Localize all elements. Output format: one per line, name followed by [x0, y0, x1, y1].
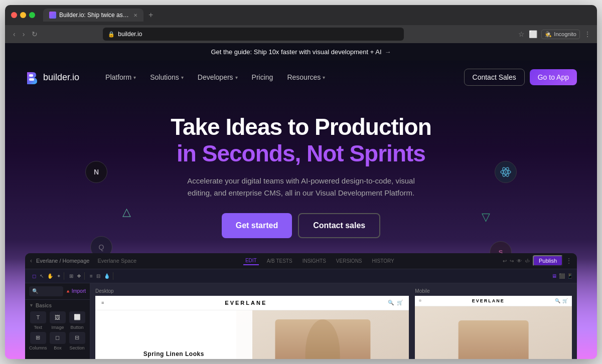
tab-versions[interactable]: VERSIONS [334, 257, 364, 265]
nav-resources[interactable]: Resources ▾ [281, 70, 331, 84]
comp-text-label: Text [34, 325, 43, 330]
close-button[interactable] [11, 12, 17, 18]
fullscreen-button[interactable] [29, 12, 35, 18]
toolbar-group-1: ◻ ↖ ✋ ✦ [29, 272, 64, 280]
mobile-search-icon: 🔍 [555, 298, 560, 303]
reload-button[interactable]: ↻ [30, 29, 40, 39]
tab-edit[interactable]: EDIT [243, 257, 259, 265]
website-content: Get the guide: Ship 10x faster with visu… [5, 43, 597, 359]
browser-window: Builder.io: Ship twice as muc... ✕ + ‹ ›… [5, 5, 597, 359]
back-button[interactable]: ‹ [11, 29, 18, 39]
redo-icon[interactable]: ↪ [510, 258, 514, 264]
incognito-badge: 🕵 Incognito [541, 30, 580, 39]
tablet-icon[interactable]: ⬛ [559, 273, 565, 279]
comp-section-label: Section [70, 345, 85, 350]
svg-rect-0 [29, 74, 33, 77]
section-collapse-icon[interactable]: ▼ [29, 303, 34, 308]
add-icon[interactable]: ✦ [56, 272, 62, 280]
component-icon[interactable]: ❖ [76, 272, 82, 280]
everlane-text-block: Spring Linen Looks Manifest warmer weath… [95, 310, 252, 359]
comp-button[interactable]: ⬜ Button [68, 311, 86, 330]
text-icon: T [30, 311, 46, 323]
hero-subtitle: Accelerate your digital teams with AI-po… [186, 175, 416, 199]
new-tab-button[interactable]: + [145, 10, 156, 21]
comp-box[interactable]: ◻ Box [49, 332, 67, 350]
cols-icon[interactable]: ⊟ [95, 272, 101, 280]
contact-sales-button[interactable]: Contact Sales [464, 69, 525, 86]
pointer-icon[interactable]: ↖ [39, 272, 45, 280]
announcement-arrow: → [385, 48, 391, 56]
everlane-nav-icons: 🔍 🛒 [388, 300, 403, 305]
tab-close-icon[interactable]: ✕ [133, 13, 137, 18]
chevron-down-icon: ▾ [181, 75, 184, 80]
section-icon: ⊟ [69, 332, 85, 344]
import-label: Import [72, 288, 86, 294]
browser-tab-active[interactable]: Builder.io: Ship twice as muc... ✕ [43, 9, 143, 22]
code-icon[interactable]: ‹/› [525, 258, 529, 264]
import-button[interactable]: 🔺 Import [65, 288, 86, 294]
site-nav: builder.io Platform ▾ Solutions ▾ Develo… [5, 61, 597, 94]
desktop-canvas-label: Desktop [95, 288, 409, 294]
cursor-icon[interactable]: ◻ [31, 272, 37, 280]
tab-insights[interactable]: INSIGHTS [300, 257, 328, 265]
mobile-cart-icon: 🛒 [562, 298, 568, 303]
back-icon[interactable]: ‹ [30, 257, 32, 264]
nav-solutions[interactable]: Solutions ▾ [144, 70, 190, 84]
search-nav-icon: 🔍 [388, 300, 394, 305]
menu-icon[interactable]: ⋮ [584, 30, 591, 38]
desktop-icon[interactable]: 🖥 [552, 273, 557, 279]
everlane-desktop-preview: ≡ EVERLANE 🔍 🛒 [95, 296, 409, 359]
tab-history[interactable]: HISTORY [370, 257, 396, 265]
go-to-app-button[interactable]: Go to App [530, 69, 577, 85]
contact-sales-hero-button[interactable]: Contact sales [298, 213, 380, 238]
section-basics-title: Basics [36, 303, 52, 308]
comp-text[interactable]: T Text [29, 311, 47, 330]
nav-developers[interactable]: Developers ▾ [192, 70, 244, 84]
builder-breadcrumb: Everlane / Homepage [36, 258, 89, 264]
comp-section[interactable]: ⊟ Section [68, 332, 86, 350]
svg-rect-1 [29, 78, 34, 81]
grid-icon[interactable]: ⊞ [68, 272, 74, 280]
incognito-icon: 🕵 [545, 31, 552, 38]
site-main: builder.io Platform ▾ Solutions ▾ Develo… [5, 61, 597, 359]
tab-ab-tests[interactable]: A/B TESTS [265, 257, 294, 265]
undo-icon[interactable]: ↩ [503, 258, 507, 264]
publish-button[interactable]: Publish [533, 255, 563, 266]
mobile-canvas-label: Mobile [415, 288, 572, 294]
comp-button-label: Button [71, 325, 84, 330]
get-started-button[interactable]: Get started [222, 213, 292, 238]
url-bar[interactable]: 🔒 builder.io [103, 28, 404, 41]
traffic-lights [11, 12, 35, 18]
more-options-icon[interactable]: ⋮ [566, 257, 572, 264]
site-logo[interactable]: builder.io [25, 70, 79, 84]
chevron-down-icon: ▾ [323, 75, 325, 80]
nav-platform[interactable]: Platform ▾ [99, 70, 142, 84]
eye-icon[interactable]: 👁 [517, 258, 522, 264]
everlane-heading: Spring Linen Looks [143, 350, 204, 357]
drop-icon[interactable]: 💧 [103, 272, 111, 280]
bookmark-icon[interactable]: ☆ [518, 30, 525, 38]
image-icon: 🖼 [50, 311, 66, 323]
comp-image[interactable]: 🖼 Image [49, 311, 67, 330]
hand-icon[interactable]: ✋ [46, 272, 54, 280]
search-icon: 🔍 [32, 288, 38, 294]
tab-favicon [49, 12, 56, 19]
comp-columns-label: Columns [29, 345, 47, 350]
nav-pricing[interactable]: Pricing [246, 70, 279, 84]
builder-ui: ‹ Everlane / Homepage Everlane Space EDI… [25, 253, 577, 359]
forward-button[interactable]: › [21, 29, 27, 39]
canvas-mobile-wrapper: Mobile EVERLANE 🔍 🛒 [415, 288, 572, 359]
builder-space: Everlane Space [97, 258, 136, 264]
align-icon[interactable]: ≡ [89, 272, 94, 280]
toolbar-right: ☆ ⬜ 🕵 Incognito ⋮ [518, 30, 591, 39]
tab-bar: Builder.io: Ship twice as muc... ✕ + [43, 9, 591, 22]
search-box[interactable]: 🔍 [29, 286, 63, 296]
comp-columns[interactable]: ⊞ Columns [29, 332, 47, 350]
announcement-bar[interactable]: Get the guide: Ship 10x faster with visu… [5, 43, 597, 61]
basics-component-grid: T Text 🖼 Image ⬜ Button [29, 311, 86, 350]
everlane-mobile-preview: EVERLANE 🔍 🛒 [415, 296, 572, 359]
mobile-icon[interactable]: 📱 [567, 273, 573, 279]
minimize-button[interactable] [20, 12, 26, 18]
extension-icon[interactable]: ⬜ [529, 30, 537, 38]
nav-resources-label: Resources [287, 73, 321, 81]
